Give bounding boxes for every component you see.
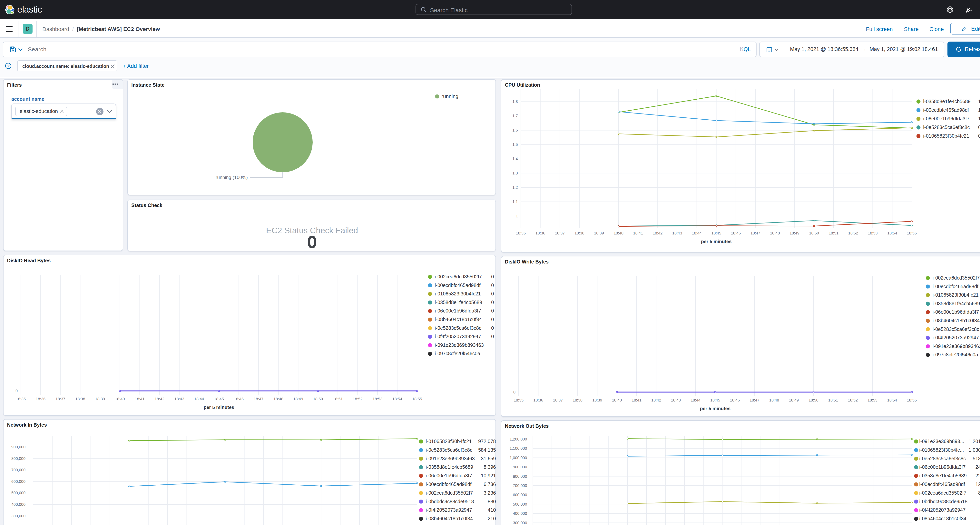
svg-text:18:42: 18:42 — [651, 398, 661, 402]
svg-text:1.1: 1.1 — [512, 200, 518, 204]
svg-text:18:35: 18:35 — [16, 397, 25, 401]
svg-text:1.656: 1.656 — [978, 107, 980, 113]
svg-text:i-0f4f2052073a92947: i-0f4f2052073a92947 — [919, 507, 966, 513]
svg-text:0: 0 — [491, 334, 494, 339]
svg-text:18:50: 18:50 — [313, 397, 323, 401]
svg-text:18:42: 18:42 — [154, 397, 164, 401]
svg-text:i-00ecdbfc465ad98df: i-00ecdbfc465ad98df — [426, 482, 472, 487]
svg-text:0: 0 — [491, 291, 494, 296]
svg-text:12,176: 12,176 — [975, 482, 980, 487]
svg-text:i-0358d8e1fe4cb5689: i-0358d8e1fe4cb5689 — [923, 99, 970, 104]
svg-text:18:41: 18:41 — [135, 397, 145, 401]
svg-text:700,000: 700,000 — [11, 468, 25, 472]
svg-text:1,100,000: 1,100,000 — [510, 446, 527, 450]
svg-text:18:40: 18:40 — [612, 398, 622, 402]
svg-text:i-0f4f2052073a92947: i-0f4f2052073a92947 — [932, 335, 979, 340]
svg-text:i-06e00e1b96dfda3f7: i-06e00e1b96dfda3f7 — [426, 473, 472, 478]
svg-text:900,000: 900,000 — [513, 465, 527, 469]
svg-text:i-0358d8e1fe4cb5689: i-0358d8e1fe4cb5689 — [426, 464, 473, 470]
svg-text:18:52: 18:52 — [353, 397, 363, 401]
svg-text:i-08b4604c18b1c0f34: i-08b4604c18b1c0f34 — [426, 516, 473, 521]
svg-text:18:53: 18:53 — [867, 398, 877, 402]
svg-text:18:38: 18:38 — [574, 231, 584, 235]
svg-text:1.615: 1.615 — [978, 99, 980, 104]
svg-text:i-01065823f30b4fc21: i-01065823f30b4fc21 — [923, 133, 969, 138]
svg-text:18:53: 18:53 — [372, 397, 382, 401]
svg-text:18:45: 18:45 — [214, 397, 224, 401]
svg-text:0: 0 — [491, 274, 494, 279]
svg-text:i-0f4f2052073a92947: i-0f4f2052073a92947 — [426, 507, 472, 513]
svg-text:3,236: 3,236 — [484, 490, 496, 496]
svg-text:i-0e5283c5ca6ef3c8c: i-0e5283c5ca6ef3c8c — [426, 447, 473, 453]
svg-text:i-01065823f30b4fc21: i-01065823f30b4fc21 — [426, 439, 472, 444]
svg-text:i-08b4604c18b1c0f34: i-08b4604c18b1c0f34 — [435, 317, 482, 322]
svg-text:1.4: 1.4 — [512, 157, 518, 161]
svg-text:880: 880 — [488, 499, 496, 504]
svg-text:i-08b4604c18b1c0f34: i-08b4604c18b1c0f34 — [919, 516, 966, 521]
svg-text:18:46: 18:46 — [730, 398, 740, 402]
svg-text:18:54: 18:54 — [392, 397, 402, 401]
svg-text:i-00ecdbfc465ad98df: i-00ecdbfc465ad98df — [932, 284, 978, 289]
svg-text:i-0358d8e1fe4cb5689: i-0358d8e1fe4cb5689 — [932, 301, 980, 306]
svg-text:18:50: 18:50 — [809, 231, 819, 235]
svg-text:18:36: 18:36 — [533, 398, 543, 402]
svg-text:i-06e00e1b96dfda3f7: i-06e00e1b96dfda3f7 — [932, 309, 979, 315]
svg-text:i-08b4604c18b1c0f34: i-08b4604c18b1c0f34 — [932, 318, 980, 323]
svg-text:18:35: 18:35 — [514, 398, 523, 402]
svg-text:1.6: 1.6 — [512, 128, 518, 132]
svg-text:running: running — [441, 93, 458, 99]
svg-text:i-01065823f30b4fc...: i-01065823f30b4fc... — [919, 447, 964, 453]
svg-text:i-00ecdbfc465ad98df: i-00ecdbfc465ad98df — [435, 283, 480, 288]
svg-text:18:55: 18:55 — [907, 231, 917, 235]
svg-text:31,659: 31,659 — [481, 456, 496, 461]
svg-text:0.934: 0.934 — [978, 124, 980, 130]
svg-text:i-06e00e1b96dfda3f7: i-06e00e1b96dfda3f7 — [919, 464, 966, 470]
svg-text:400,000: 400,000 — [11, 502, 25, 507]
svg-text:18:45: 18:45 — [710, 398, 720, 402]
svg-text:i-0358d8e1fe4cb5689: i-0358d8e1fe4cb5689 — [435, 299, 482, 305]
svg-text:18:53: 18:53 — [868, 231, 878, 235]
svg-text:i-0bdbdc9c88cde9518: i-0bdbdc9c88cde9518 — [919, 499, 967, 504]
svg-text:18:41: 18:41 — [632, 398, 641, 402]
svg-text:0: 0 — [16, 389, 18, 393]
svg-text:18:44: 18:44 — [194, 397, 204, 401]
svg-text:18:51: 18:51 — [829, 231, 838, 235]
svg-text:i-0f4f2052073a92947: i-0f4f2052073a92947 — [435, 334, 481, 339]
svg-text:18:36: 18:36 — [536, 231, 545, 235]
svg-text:400,000: 400,000 — [513, 511, 527, 515]
svg-text:18:55: 18:55 — [412, 397, 422, 401]
svg-text:18:42: 18:42 — [653, 231, 662, 235]
svg-text:18:44: 18:44 — [692, 231, 702, 235]
svg-text:0: 0 — [491, 299, 494, 305]
svg-text:running (100%): running (100%) — [216, 175, 248, 180]
svg-text:18:39: 18:39 — [592, 398, 602, 402]
svg-text:10,921: 10,921 — [481, 473, 496, 478]
svg-text:600,000: 600,000 — [513, 493, 527, 497]
svg-text:972,078: 972,078 — [478, 439, 496, 444]
svg-text:22,498: 22,498 — [975, 473, 980, 478]
svg-text:18:49: 18:49 — [789, 231, 799, 235]
svg-text:per 5 minutes: per 5 minutes — [701, 239, 732, 244]
svg-text:0: 0 — [491, 283, 494, 288]
svg-text:18:49: 18:49 — [789, 398, 799, 402]
svg-text:i-002cea6dcd35502f7: i-002cea6dcd35502f7 — [919, 490, 966, 496]
svg-text:1: 1 — [515, 214, 518, 218]
svg-text:i-0e5283c5ca6ef3c8c: i-0e5283c5ca6ef3c8c — [923, 124, 970, 130]
svg-text:18:52: 18:52 — [848, 231, 858, 235]
svg-text:18:40: 18:40 — [115, 397, 125, 401]
svg-text:18:38: 18:38 — [75, 397, 85, 401]
svg-text:i-06e00e1b96dfda3f7: i-06e00e1b96dfda3f7 — [435, 308, 481, 313]
svg-text:1,201,252: 1,201,252 — [969, 439, 980, 444]
svg-text:i-091e23e369b893...: i-091e23e369b893... — [919, 439, 964, 444]
svg-text:0: 0 — [491, 325, 494, 331]
svg-text:8,779: 8,779 — [978, 490, 980, 496]
svg-text:18:50: 18:50 — [808, 398, 818, 402]
svg-text:1,030,384: 1,030,384 — [969, 447, 980, 453]
svg-text:18:54: 18:54 — [887, 231, 897, 235]
svg-text:18:43: 18:43 — [175, 397, 184, 401]
svg-text:500,000: 500,000 — [11, 491, 25, 495]
svg-text:18:38: 18:38 — [573, 398, 582, 402]
svg-text:1.2: 1.2 — [512, 185, 518, 189]
svg-text:1.5: 1.5 — [512, 142, 518, 146]
svg-text:300,000: 300,000 — [513, 521, 527, 525]
